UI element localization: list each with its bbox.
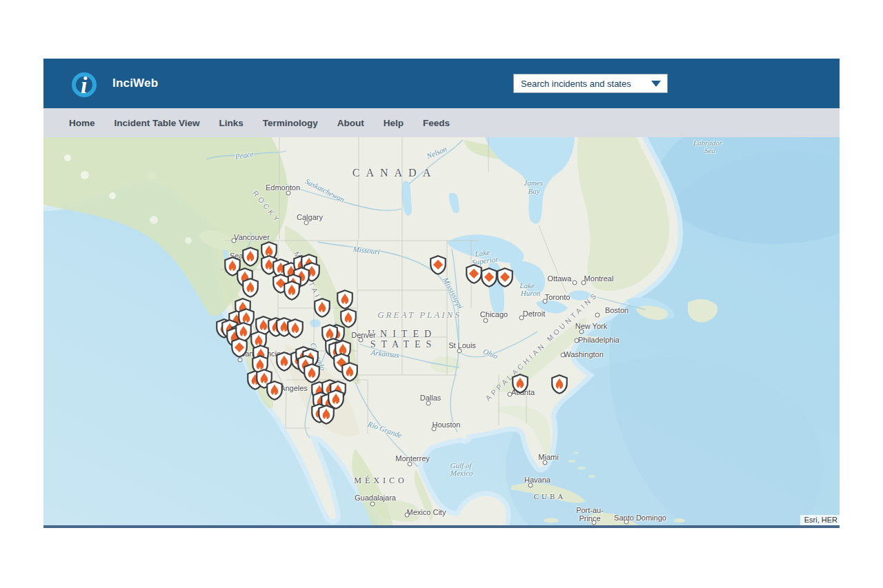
map-attribution: Esri, HER	[800, 515, 840, 525]
chevron-down-icon	[651, 81, 661, 87]
nav-item-feeds[interactable]: Feeds	[413, 118, 459, 128]
wildfire-marker-icon[interactable]	[511, 374, 529, 394]
nav-bar: Home Incident Table View Links Terminolo…	[43, 108, 840, 137]
nav-item-help[interactable]: Help	[374, 118, 413, 128]
nav-item-incident-table-view[interactable]: Incident Table View	[105, 118, 210, 128]
wildfire-marker-icon[interactable]	[286, 318, 304, 338]
nav-item-terminology[interactable]: Terminology	[253, 118, 328, 128]
nav-item-links[interactable]: Links	[210, 118, 253, 128]
header: i InciWeb Search incidents and states	[43, 59, 840, 108]
inciweb-app: i InciWeb Search incidents and states Ho…	[43, 59, 840, 528]
wildfire-marker-icon[interactable]	[341, 362, 359, 382]
wildfire-marker-icon[interactable]	[241, 278, 259, 298]
prescribed-fire-marker-icon[interactable]	[230, 338, 248, 358]
wildfire-marker-icon[interactable]	[241, 247, 259, 267]
search-incidents-select[interactable]: Search incidents and states	[513, 74, 668, 93]
map-markers	[43, 137, 840, 525]
prescribed-fire-marker-icon[interactable]	[429, 255, 447, 275]
prescribed-fire-marker-icon[interactable]	[496, 267, 514, 287]
nav-item-about[interactable]: About	[328, 118, 374, 128]
wildfire-marker-icon[interactable]	[303, 363, 321, 383]
inciweb-logo-icon[interactable]: i	[68, 68, 100, 99]
incident-map[interactable]: CANADAUNITEDSTATESMÉXICOCUBAGREAT PLAINS…	[43, 137, 840, 525]
svg-text:i: i	[81, 72, 88, 98]
wildfire-marker-icon[interactable]	[317, 405, 335, 425]
wildfire-marker-icon[interactable]	[266, 381, 284, 401]
search-select-value: Search incidents and states	[514, 79, 651, 89]
nav-item-home[interactable]: Home	[59, 118, 105, 128]
brand-title: InciWeb	[112, 77, 158, 90]
wildfire-marker-icon[interactable]	[283, 281, 301, 301]
map-bottom-border	[43, 525, 840, 528]
wildfire-marker-icon[interactable]	[550, 374, 568, 394]
wildfire-marker-icon[interactable]	[313, 298, 331, 318]
wildfire-marker-icon[interactable]	[336, 290, 354, 310]
